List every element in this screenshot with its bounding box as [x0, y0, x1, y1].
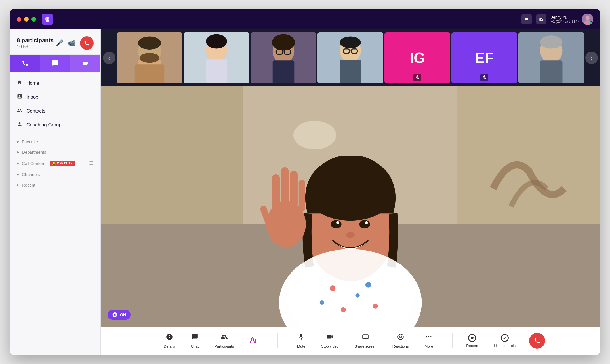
svg-point-30	[340, 37, 361, 48]
share-screen-label: Share screen	[354, 344, 376, 348]
end-call-toolbar-button[interactable]	[529, 333, 545, 349]
call-time: 10:58	[17, 44, 54, 49]
message-icon[interactable]	[536, 14, 546, 24]
ai-badge: ON	[108, 310, 131, 320]
svg-point-1	[48, 19, 49, 20]
phone-button[interactable]	[10, 55, 40, 72]
sidebar-call-centers[interactable]: ▶ Call Centers 🔔 OFF DUTY ☰	[10, 157, 100, 169]
svg-point-65	[428, 336, 429, 337]
toolbar-details[interactable]: Details	[156, 333, 183, 348]
participant-thumb-4[interactable]	[317, 32, 383, 83]
sidebar-home-label: Home	[26, 81, 39, 86]
departments-arrow: ▶	[17, 150, 19, 154]
sidebar-inbox-label: Inbox	[26, 94, 38, 100]
title-bar-right: Jenny Yu +1 (264) 279-1147	[521, 14, 593, 25]
svg-point-57	[330, 285, 335, 291]
toolbar-participants[interactable]: Participants	[207, 333, 242, 348]
channels-label: Channels	[22, 172, 40, 177]
chat-button[interactable]	[40, 55, 70, 72]
next-participant-button[interactable]: ›	[585, 52, 598, 64]
toolbar-center-group: Mute Stop video	[277, 333, 453, 348]
record-label: Record	[466, 344, 478, 348]
title-bar: Jenny Yu +1 (264) 279-1147	[10, 9, 600, 29]
toolbar-ai-logo[interactable]: Ʌi	[242, 335, 272, 346]
svg-point-48	[365, 221, 368, 224]
svg-point-45	[331, 220, 342, 228]
share-screen-icon	[362, 333, 369, 342]
participant-thumb-2[interactable]	[184, 32, 249, 83]
svg-rect-16	[206, 60, 227, 83]
sidebar-departments[interactable]: ▶ Departments	[10, 147, 100, 157]
sidebar-header: 8 participants 10:58 🎤 📹	[10, 29, 100, 55]
svg-point-11	[138, 37, 161, 50]
microphone-icon[interactable]: 🎤	[56, 39, 63, 47]
user-info: Jenny Yu +1 (264) 279-1147	[551, 14, 593, 25]
sidebar-channels[interactable]: ▶ Channels	[10, 169, 100, 180]
ef-muted-icon	[480, 74, 488, 81]
sidebar-item-contacts[interactable]: Contacts	[10, 104, 100, 118]
minimize-button[interactable]	[24, 17, 29, 22]
host-controls-label: Host controls	[494, 344, 516, 348]
toolbar-reactions[interactable]: Reactions	[384, 333, 417, 348]
participants-strip: ‹	[101, 29, 600, 86]
end-call-button[interactable]	[80, 36, 94, 50]
sidebar: 8 participants 10:58 🎤 📹	[10, 29, 101, 355]
video-area: ‹	[101, 29, 600, 355]
mute-label: Mute	[297, 344, 305, 348]
departments-label: Departments	[22, 150, 46, 155]
svg-rect-51	[272, 174, 280, 210]
svg-point-0	[46, 19, 47, 20]
svg-point-64	[426, 336, 427, 337]
recent-arrow: ▶	[17, 183, 19, 187]
sidebar-item-coaching[interactable]: Coaching Group	[10, 118, 100, 132]
sidebar-item-inbox[interactable]: Inbox	[10, 90, 100, 104]
chat-toolbar-icon	[191, 333, 198, 342]
ig-muted-icon	[413, 74, 421, 81]
toolbar-more[interactable]: More	[417, 333, 441, 348]
notification-icon[interactable]	[521, 14, 532, 24]
ig-initials: IG	[410, 49, 425, 66]
avatar	[582, 14, 593, 25]
maximize-button[interactable]	[31, 17, 36, 22]
nav-items: Home Inbox Contact	[10, 72, 100, 136]
main-video-bg: ON	[101, 86, 600, 327]
record-icon	[468, 334, 476, 342]
traffic-lights	[17, 17, 36, 22]
participant-thumb-1[interactable]	[117, 32, 182, 83]
ef-initials: EF	[475, 49, 494, 66]
close-button[interactable]	[17, 17, 21, 22]
participant-thumb-ig[interactable]: IG	[384, 32, 450, 83]
svg-rect-33	[540, 60, 563, 83]
toolbar-share-screen[interactable]: Share screen	[346, 333, 384, 348]
toolbar-host-controls[interactable]: Host controls	[486, 334, 523, 348]
action-buttons	[10, 55, 100, 72]
svg-point-61	[320, 300, 324, 305]
sidebar-recent[interactable]: ▶ Recent	[10, 180, 100, 190]
toolbar-mute[interactable]: Mute	[289, 333, 313, 348]
sidebar-favorites[interactable]: ▶ Favorites	[10, 136, 100, 147]
prev-participant-button[interactable]: ‹	[103, 52, 115, 64]
call-centers-label: Call Centers	[22, 161, 45, 166]
main-video: ON	[101, 86, 600, 327]
menu-lines-icon[interactable]: ☰	[89, 160, 94, 166]
stop-video-label: Stop video	[321, 344, 338, 348]
reactions-label: Reactions	[392, 344, 409, 348]
svg-rect-9	[135, 64, 164, 83]
participants-count: 8 participants	[17, 37, 54, 44]
sidebar-item-home[interactable]: Home	[10, 76, 100, 90]
online-indicator	[590, 21, 593, 25]
toolbar-stop-video[interactable]: Stop video	[313, 333, 346, 348]
svg-point-49	[346, 232, 355, 238]
participants-toolbar-icon	[220, 333, 228, 342]
camera-icon[interactable]: 📹	[68, 39, 75, 47]
home-icon	[17, 80, 22, 87]
toolbar-chat[interactable]: Chat	[183, 333, 207, 348]
toolbar-record[interactable]: Record	[458, 334, 486, 348]
svg-point-62	[373, 304, 378, 309]
participant-thumb-7[interactable]	[518, 32, 584, 83]
svg-point-39	[293, 121, 336, 149]
participant-thumb-ef[interactable]: EF	[451, 32, 517, 83]
svg-point-66	[430, 336, 432, 337]
participant-thumb-3[interactable]	[251, 32, 316, 83]
video-button[interactable]	[70, 55, 100, 72]
